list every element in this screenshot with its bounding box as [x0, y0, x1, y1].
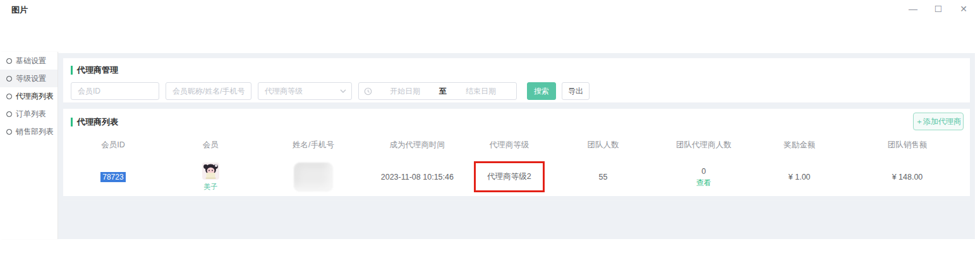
start-date-input[interactable]: 开始日期: [375, 86, 435, 97]
agent-management-panel: 代理商管理 代理商等级 开始日期 至 结束日期: [63, 58, 970, 102]
col-member-id: 会员ID: [63, 140, 163, 151]
sidebar-item-label: 订单列表: [16, 109, 46, 120]
export-button[interactable]: 导出: [562, 82, 590, 100]
view-link[interactable]: 查看: [696, 178, 711, 188]
col-team-count: 团队人数: [553, 140, 653, 151]
col-team-sales: 团队销售额: [845, 140, 970, 151]
section-header: 代理商管理: [71, 65, 962, 76]
window-controls: — ☐ ✕: [900, 1, 976, 16]
sidebar-item-label: 代理商列表: [16, 91, 54, 102]
radio-circle-icon: [6, 129, 12, 135]
level-cell: 代理商等级2: [466, 161, 553, 192]
sidebar-item-basic-settings[interactable]: 基础设置: [0, 52, 57, 70]
radio-circle-icon: [6, 76, 12, 82]
chevron-down-icon: [340, 89, 346, 93]
agent-level-select[interactable]: 代理商等级: [258, 82, 352, 100]
add-agent-button[interactable]: ＋添加代理商: [913, 113, 964, 130]
sidebar: 基础设置 等级设置 代理商列表 订单列表 销售部列表: [0, 52, 58, 239]
name-phone-cell: [258, 163, 369, 192]
table-row: 78723 美子: [63, 153, 970, 201]
radio-circle-icon: [6, 58, 12, 64]
level-value: 代理商等级2: [487, 172, 531, 181]
sidebar-item-level-settings[interactable]: 等级设置: [0, 70, 57, 87]
date-range-picker[interactable]: 开始日期 至 结束日期: [358, 82, 517, 100]
col-reward: 奖励金额: [754, 140, 845, 151]
col-join-time: 成为代理商时间: [369, 140, 466, 151]
col-level: 代理商等级: [466, 140, 553, 151]
team-count-cell: 55: [553, 173, 653, 182]
section-bar-icon: [71, 66, 73, 75]
list-title: 代理商列表: [77, 116, 118, 128]
member-cell: 美子: [163, 163, 258, 192]
col-name-phone: 姓名/手机号: [258, 140, 369, 151]
team-agent-count-value: 0: [701, 166, 706, 176]
window-title: 图片: [11, 4, 28, 16]
annotation-red-box: 代理商等级2: [474, 161, 544, 192]
member-id-input[interactable]: [71, 82, 159, 100]
radio-circle-icon: [6, 111, 12, 117]
radio-circle-icon: [6, 94, 12, 99]
date-range-separator: 至: [435, 86, 451, 97]
title-bar: 图片 — ☐ ✕: [0, 0, 980, 19]
section-header: 代理商列表: [63, 116, 970, 128]
end-date-input[interactable]: 结束日期: [451, 86, 511, 97]
sidebar-item-order-list[interactable]: 订单列表: [0, 105, 57, 123]
member-id-cell: 78723: [63, 173, 163, 182]
col-team-agent-count: 团队代理商人数: [653, 140, 754, 151]
col-member: 会员: [163, 140, 258, 151]
sidebar-item-label: 等级设置: [16, 73, 46, 84]
avatar: [202, 163, 219, 180]
search-button[interactable]: 搜索: [527, 82, 556, 100]
clock-icon: [364, 87, 372, 95]
close-icon[interactable]: ✕: [951, 1, 976, 16]
agent-list-panel: 代理商列表 ＋添加代理商 会员ID 会员 姓名/手机号 成为代理商时间 代理商等…: [63, 109, 970, 196]
team-sales-cell: ¥ 148.00: [845, 173, 970, 182]
sidebar-item-sales-dept-list[interactable]: 销售部列表: [0, 123, 57, 140]
main-content: 代理商管理 代理商等级 开始日期 至 结束日期: [58, 53, 975, 239]
member-info-input[interactable]: [166, 82, 251, 100]
maximize-icon[interactable]: ☐: [926, 1, 951, 16]
sidebar-item-agent-list[interactable]: 代理商列表: [0, 87, 57, 105]
redacted-name-blob: [294, 163, 333, 192]
sidebar-item-label: 销售部列表: [16, 126, 54, 137]
page-title: 代理商管理: [77, 65, 118, 76]
agent-level-select-value: 代理商等级: [265, 86, 303, 97]
filter-row: 代理商等级 开始日期 至 结束日期 搜索 导出: [71, 82, 962, 100]
table-header-row: 会员ID 会员 姓名/手机号 成为代理商时间 代理商等级 团队人数 团队代理商人…: [63, 137, 970, 153]
sidebar-item-label: 基础设置: [16, 56, 46, 66]
member-id-value[interactable]: 78723: [100, 172, 125, 182]
minimize-icon[interactable]: —: [900, 1, 926, 16]
member-nickname: 美子: [203, 182, 217, 192]
join-time-cell: 2023-11-08 10:15:46: [369, 173, 466, 182]
team-agent-count-cell: 0 查看: [653, 166, 754, 188]
section-bar-icon: [71, 118, 73, 126]
reward-amount-cell: ¥ 1.00: [754, 173, 845, 182]
